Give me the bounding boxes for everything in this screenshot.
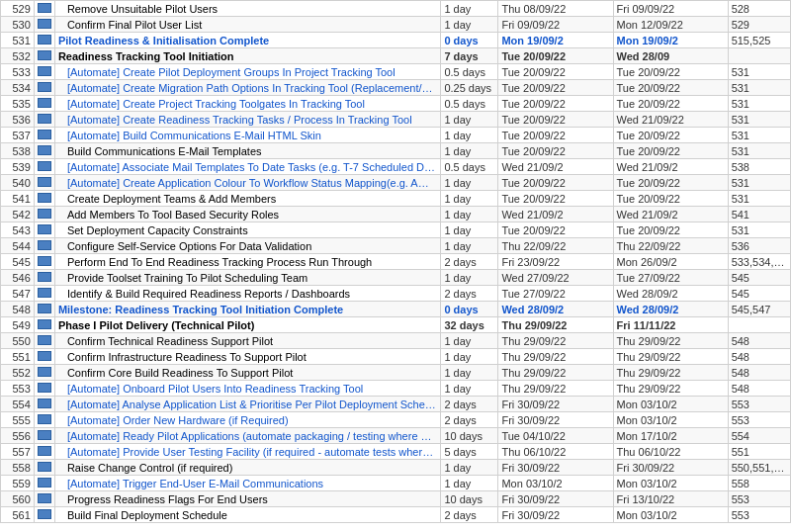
duration: 2 days: [441, 397, 498, 412]
table-row: 536[Automate] Create Readiness Tracking …: [1, 112, 791, 128]
finish-date: Wed 28/09: [613, 48, 728, 64]
task-name: [Automate] Create Pilot Deployment Group…: [54, 64, 441, 80]
task-name: [Automate] Create Project Tracking Toolg…: [54, 96, 441, 112]
table-row: 540[Automate] Create Application Colour …: [1, 175, 791, 191]
duration: 0.5 days: [441, 159, 498, 175]
table-row: 556[Automate] Ready Pilot Applications (…: [1, 428, 791, 444]
start-date: Mon 03/10/2: [498, 476, 613, 491]
start-date: Tue 20/09/22: [498, 112, 613, 128]
start-date: Tue 20/09/22: [498, 191, 613, 207]
row-icon: [34, 349, 54, 365]
table-row: 538Build Communications E-Mail Templates…: [1, 143, 791, 159]
finish-date: Wed 21/09/22: [613, 112, 728, 128]
duration: 1 day: [441, 128, 498, 143]
row-id: 541: [1, 191, 35, 207]
row-icon: [34, 412, 54, 428]
table-row: 532Readiness Tracking Tool Initiation7 d…: [1, 48, 791, 64]
start-date: Fri 23/09/22: [498, 254, 613, 270]
predecessors: 558: [728, 476, 790, 491]
finish-date: Thu 29/09/22: [613, 333, 728, 349]
duration: 1 day: [441, 333, 498, 349]
duration: 0.25 days: [441, 80, 498, 96]
row-id: 556: [1, 428, 35, 444]
table-row: 551Confirm Infrastructure Readiness To S…: [1, 349, 791, 365]
table-row: 552Confirm Core Build Readiness To Suppo…: [1, 365, 791, 381]
row-id: 536: [1, 112, 35, 128]
table-row: 531Pilot Readiness & Initialisation Comp…: [1, 33, 791, 48]
start-date: Thu 29/09/22: [498, 381, 613, 397]
finish-date: Thu 22/09/22: [613, 238, 728, 254]
predecessors: 531: [728, 96, 790, 112]
predecessors: 554: [728, 428, 790, 444]
task-name: Confirm Core Build Readiness To Support …: [54, 365, 441, 381]
task-name: [Automate] Trigger End-User E-Mail Commu…: [54, 476, 441, 491]
start-date: Mon 19/09/2: [498, 33, 613, 48]
row-icon: [34, 1, 54, 17]
task-name: Phase I Pilot Delivery (Technical Pilot): [54, 317, 441, 333]
finish-date: Tue 27/09/22: [613, 270, 728, 286]
finish-date: Wed 28/09/2: [613, 286, 728, 302]
duration: 1 day: [441, 207, 498, 222]
start-date: Tue 20/09/22: [498, 48, 613, 64]
row-id: 540: [1, 175, 35, 191]
predecessors: 551: [728, 444, 790, 460]
row-icon: [34, 48, 54, 64]
predecessors: 528: [728, 1, 790, 17]
row-id: 531: [1, 33, 35, 48]
predecessors: 548: [728, 381, 790, 397]
task-name: Set Deployment Capacity Constraints: [54, 222, 441, 238]
row-icon: [34, 128, 54, 143]
task-name: Provide Toolset Training To Pilot Schedu…: [54, 270, 441, 286]
predecessors: 545: [728, 286, 790, 302]
finish-date: Tue 20/09/22: [613, 191, 728, 207]
predecessors: 531: [728, 80, 790, 96]
duration: 10 days: [441, 428, 498, 444]
task-name: Milestone: Readiness Tracking Tool Initi…: [54, 302, 441, 317]
duration: 1 day: [441, 143, 498, 159]
task-name: [Automate] Onboard Pilot Users Into Read…: [54, 381, 441, 397]
predecessors: [728, 317, 790, 333]
row-icon: [34, 191, 54, 207]
start-date: Fri 30/09/22: [498, 412, 613, 428]
row-icon: [34, 64, 54, 80]
predecessors: 553: [728, 412, 790, 428]
duration: 1 day: [441, 112, 498, 128]
task-name: Progress Readiness Flags For End Users: [54, 491, 441, 507]
duration: 10 days: [441, 491, 498, 507]
table-row: 560Progress Readiness Flags For End User…: [1, 491, 791, 507]
task-name: [Automate] Create Readiness Tracking Tas…: [54, 112, 441, 128]
table-row: 543Set Deployment Capacity Constraints1 …: [1, 222, 791, 238]
table-row: 558Raise Change Control (if required)1 d…: [1, 460, 791, 476]
task-name: Build Communications E-Mail Templates: [54, 143, 441, 159]
table-row: 559[Automate] Trigger End-User E-Mail Co…: [1, 476, 791, 491]
table-row: 535[Automate] Create Project Tracking To…: [1, 96, 791, 112]
predecessors: 548: [728, 333, 790, 349]
row-id: 547: [1, 286, 35, 302]
finish-date: Wed 28/09/2: [613, 302, 728, 317]
start-date: Wed 28/09/2: [498, 302, 613, 317]
predecessors: 531: [728, 112, 790, 128]
row-id: 559: [1, 476, 35, 491]
predecessors: 553: [728, 491, 790, 507]
table-row: 554[Automate] Analyse Application List &…: [1, 397, 791, 412]
predecessors: 548: [728, 349, 790, 365]
start-date: Tue 20/09/22: [498, 175, 613, 191]
row-id: 533: [1, 64, 35, 80]
task-name: Remove Unsuitable Pilot Users: [54, 1, 441, 17]
start-date: Fri 30/09/22: [498, 460, 613, 476]
task-name: Readiness Tracking Tool Initiation: [54, 48, 441, 64]
task-name: [Automate] Ready Pilot Applications (aut…: [54, 428, 441, 444]
duration: 1 day: [441, 238, 498, 254]
table-row: 546Provide Toolset Training To Pilot Sch…: [1, 270, 791, 286]
row-icon: [34, 428, 54, 444]
row-icon: [34, 397, 54, 412]
duration: 1 day: [441, 191, 498, 207]
duration: 1 day: [441, 270, 498, 286]
row-icon: [34, 491, 54, 507]
row-id: 544: [1, 238, 35, 254]
finish-date: Mon 26/09/2: [613, 254, 728, 270]
duration: 5 days: [441, 444, 498, 460]
task-name: Confirm Technical Readiness Support Pilo…: [54, 333, 441, 349]
task-name: [Automate] Order New Hardware (if Requir…: [54, 412, 441, 428]
duration: 1 day: [441, 381, 498, 397]
